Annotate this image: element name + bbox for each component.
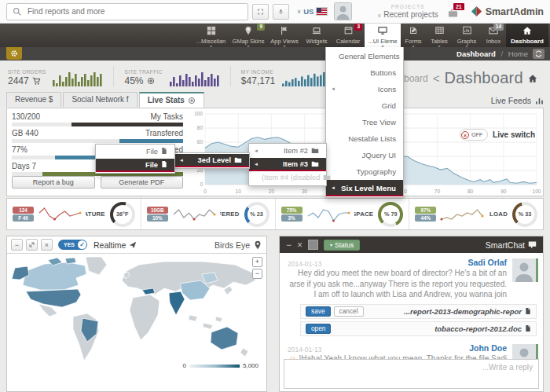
stat-site-orders: SITE ORDERS2447 [8,66,114,86]
attachment-file-name[interactable]: ...report-2013-demographic-repor [404,307,531,316]
smartchat-widget: − × ▾ Status SmartChat 2014-01-13Sadi Or… [279,236,544,392]
generate-pdf-button[interactable]: Generate PDF [101,176,184,189]
send-icon [129,241,137,249]
search-box [6,3,248,20]
file-icon [525,324,531,332]
kpi-server-load: 97%44%▲SERVER LOAD% 33 [409,199,543,229]
gauge-temperature: 36°F [110,202,135,227]
nav-item-forms[interactable]: Forms▾ [401,24,426,47]
x-circle-icon: × [461,131,469,139]
tab-live-stats[interactable]: Live Stats [139,92,204,108]
live-feeds-label: Live Feeds [491,96,544,108]
menu-item-file[interactable]: File [96,159,174,172]
kpi-badge: 44% [415,214,436,222]
menu-item-buttons[interactable]: Buttons [326,64,403,81]
projects-dropdown[interactable]: PROJECTS ∨ Recent projects [377,4,438,18]
menu-item-item-3[interactable]: ◄Item #3 [249,158,326,171]
map-widget-header: − × YES ✓ Realtime Birds Eye [7,236,266,254]
kpi-temperature: 124F 40▼TEMPERATURE36°F [7,199,141,229]
collapse-widget-button[interactable]: − [11,239,23,251]
menu-item-grid[interactable]: Grid [326,97,403,114]
language-selector[interactable]: ∨ US [297,7,328,16]
svg-text:0: 0 [204,189,207,194]
nav-item-miscellaneous[interactable]: ...Miscellan▾ [192,24,229,47]
user-avatar[interactable] [334,2,352,20]
target-icon [147,77,155,85]
open-button[interactable]: open [306,324,331,334]
menu-item-nestable-lists[interactable]: Nestable Lists [326,130,403,147]
menu-item-file[interactable]: File [96,145,174,159]
fullscreen-widget-button[interactable] [26,239,38,251]
projects-badge: 21 [453,2,465,11]
report-bug-button[interactable]: Report a bug [12,176,95,189]
message-text: Hey did you meet the new board of direct… [288,268,507,300]
close-widget-button[interactable]: × [41,239,53,251]
nav-item-widgets[interactable]: Widgets [302,24,332,47]
ribbon: Dashboard / Home [0,47,550,60]
menu-item-icons[interactable]: ◄Icons [326,81,403,97]
nav-item-inbox[interactable]: 14Inbox [481,24,506,47]
realtime-label: Realtime [94,240,137,250]
nav-item-tables[interactable]: Tables▾ [426,24,453,47]
kpi-transfered: 10GB10%▲TRANSFERED% 23 [141,199,276,229]
tab-social-network-f[interactable]: Social Network f [63,92,137,107]
reply-input[interactable] [284,360,538,388]
sparkline-line-chart [306,204,351,225]
file-icon [161,147,167,155]
nav-item-calendar[interactable]: 3Calendar [332,24,365,47]
collapse-chat-button[interactable]: − [286,240,292,250]
stat-site-traffic: SITE TRAFFIC45% [114,66,230,86]
progress-row-my-tasks: 130/200My Tasks [12,112,183,126]
widget-color-button[interactable] [308,240,318,250]
nav-item-ui-elements[interactable]: ...UI Eleme▾ [365,24,401,47]
nav-item-app-views[interactable]: App Views▾ [267,24,302,47]
menu-item-tree-view[interactable]: Tree View [326,114,403,130]
fullscreen-button[interactable] [252,4,269,20]
table-icon [426,26,453,36]
message-date: 2014-01-13 [288,260,321,268]
save-button[interactable]: save [306,306,331,317]
submenu-arrow-icon: ◄ [254,145,258,158]
realtime-toggle[interactable]: YES ✓ [58,240,87,250]
bar-chart-icon [535,97,544,105]
gauge-disk-space: % 79 [378,202,403,227]
chat-body: 2014-01-13Sadi OrlafHey did you meet the… [280,253,543,391]
map-zoom-in-button[interactable]: + [252,257,262,267]
search-input[interactable] [26,6,242,16]
status-dropdown-button[interactable]: ▾ Status [324,240,360,251]
projects-icon[interactable]: 21 [448,8,458,18]
refresh-button[interactable] [533,49,544,59]
attachment-file-name[interactable]: tobacco-report-2012.doc [434,324,531,333]
live-switch-toggle[interactable]: × OFF Live switch [460,129,535,141]
kpi-row: 124F 40▼TEMPERATURE36°F10GB10%▲TRANSFERE… [6,198,544,230]
voice-command-button[interactable] [273,4,289,20]
panel-actions: Report a bug Generate PDF [12,176,183,189]
sparkline-line-chart [171,204,217,225]
map-zoom-out-button[interactable]: − [252,269,262,279]
menu-item-item-2[interactable]: ◄Item #2 [249,145,326,158]
six-level-submenu: ◄Item #2◄Item #3(Item #4 (disabled [248,143,327,186]
menu-item-jquery-ui[interactable]: JQuery UI [326,147,403,163]
menu-item-six-level-menu[interactable]: ◄Six Level Menu [326,180,403,196]
nav-item-gmap-skins[interactable]: 9GMap Skins▾ [229,24,267,47]
menu-item-typography[interactable]: Typography [326,163,403,180]
svg-text:30: 30 [302,189,308,194]
menu-item-general-elements[interactable]: General Elements [326,48,403,64]
layout-settings-button[interactable] [6,47,22,60]
svg-text:20: 20 [269,189,275,194]
chat-avatar [512,258,538,282]
brand-logo: SmartAdmin [471,5,544,17]
nav-item-dashboard[interactable]: Dashboard [506,24,548,47]
nav-item-graphs[interactable]: Graphs▾ [453,24,481,47]
svg-text:100: 100 [533,189,541,194]
kpi-badge: 75% [281,207,302,214]
chart-icon [453,26,481,36]
world-map-svg [7,254,266,376]
close-chat-button[interactable]: × [297,240,302,250]
chevron-down-icon: ▾ [330,242,332,247]
file-icon [161,160,167,168]
menu-item-3ed-level[interactable]: ◄3ed Level [174,154,249,167]
world-map[interactable]: + − 0 5,000 DemographicOnlineUser Activi… [7,254,266,376]
cancel-button[interactable]: cancel [334,306,364,317]
tab-revenue[interactable]: Revenue $ [6,92,61,107]
